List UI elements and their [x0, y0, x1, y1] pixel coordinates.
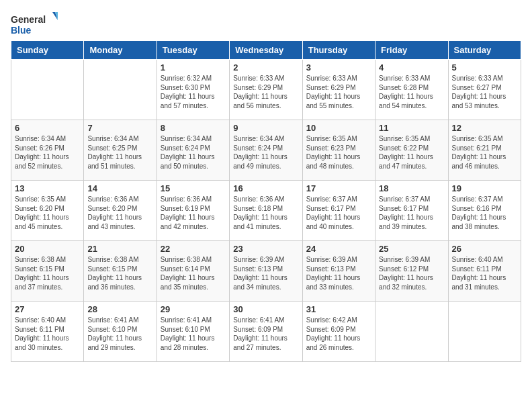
- calendar-cell: 17Sunrise: 6:37 AM Sunset: 6:17 PM Dayli…: [302, 181, 375, 241]
- day-number: 5: [452, 62, 517, 73]
- calendar-cell: 4Sunrise: 6:33 AM Sunset: 6:28 PM Daylig…: [375, 60, 448, 120]
- calendar-cell: 14Sunrise: 6:36 AM Sunset: 6:20 PM Dayli…: [84, 181, 157, 241]
- day-info: Sunrise: 6:42 AM Sunset: 6:09 PM Dayligh…: [306, 316, 371, 352]
- calendar-cell: 6Sunrise: 6:34 AM Sunset: 6:26 PM Daylig…: [11, 120, 84, 181]
- day-number: 2: [233, 62, 298, 73]
- calendar-cell: 16Sunrise: 6:36 AM Sunset: 6:18 PM Dayli…: [230, 181, 302, 241]
- day-info: Sunrise: 6:34 AM Sunset: 6:25 PM Dayligh…: [87, 134, 152, 171]
- day-number: 23: [233, 244, 298, 254]
- day-number: 4: [379, 62, 444, 73]
- calendar-cell: [84, 60, 157, 120]
- day-number: 26: [452, 244, 517, 254]
- calendar-day-header: Monday: [84, 41, 157, 60]
- day-info: Sunrise: 6:41 AM Sunset: 6:10 PM Dayligh…: [161, 316, 226, 352]
- day-info: Sunrise: 6:36 AM Sunset: 6:19 PM Dayligh…: [161, 195, 226, 231]
- day-info: Sunrise: 6:35 AM Sunset: 6:22 PM Dayligh…: [379, 134, 444, 171]
- day-number: 9: [233, 123, 298, 133]
- calendar-cell: 19Sunrise: 6:37 AM Sunset: 6:16 PM Dayli…: [448, 181, 521, 241]
- day-number: 14: [87, 183, 152, 193]
- day-number: 28: [87, 304, 152, 314]
- calendar-day-header: Wednesday: [230, 41, 302, 60]
- calendar-cell: [375, 302, 448, 362]
- calendar-week-row: 13Sunrise: 6:35 AM Sunset: 6:20 PM Dayli…: [11, 181, 521, 241]
- day-number: 12: [452, 123, 517, 133]
- day-number: 13: [15, 183, 80, 193]
- calendar-cell: 27Sunrise: 6:40 AM Sunset: 6:11 PM Dayli…: [11, 302, 84, 362]
- calendar-week-row: 20Sunrise: 6:38 AM Sunset: 6:15 PM Dayli…: [11, 241, 521, 302]
- calendar-cell: [11, 60, 84, 120]
- calendar-cell: 2Sunrise: 6:33 AM Sunset: 6:29 PM Daylig…: [230, 60, 302, 120]
- day-info: Sunrise: 6:33 AM Sunset: 6:28 PM Dayligh…: [379, 74, 444, 110]
- day-info: Sunrise: 6:40 AM Sunset: 6:11 PM Dayligh…: [15, 316, 80, 352]
- calendar-week-row: 1Sunrise: 6:32 AM Sunset: 6:30 PM Daylig…: [11, 60, 521, 120]
- calendar-day-header: Sunday: [11, 41, 84, 60]
- day-info: Sunrise: 6:41 AM Sunset: 6:10 PM Dayligh…: [87, 316, 152, 352]
- calendar-day-header: Saturday: [448, 41, 521, 60]
- day-number: 22: [161, 244, 226, 254]
- day-number: 21: [87, 244, 152, 254]
- svg-text:Blue: Blue: [11, 25, 32, 36]
- calendar-cell: 11Sunrise: 6:35 AM Sunset: 6:22 PM Dayli…: [375, 120, 448, 181]
- day-info: Sunrise: 6:36 AM Sunset: 6:20 PM Dayligh…: [87, 195, 152, 231]
- calendar-cell: 24Sunrise: 6:39 AM Sunset: 6:13 PM Dayli…: [302, 241, 375, 302]
- day-number: 31: [306, 304, 371, 314]
- calendar-cell: 23Sunrise: 6:39 AM Sunset: 6:13 PM Dayli…: [230, 241, 302, 302]
- day-info: Sunrise: 6:37 AM Sunset: 6:16 PM Dayligh…: [452, 195, 517, 231]
- day-info: Sunrise: 6:32 AM Sunset: 6:30 PM Dayligh…: [161, 74, 226, 110]
- calendar-week-row: 27Sunrise: 6:40 AM Sunset: 6:11 PM Dayli…: [11, 302, 521, 362]
- svg-text:General: General: [11, 14, 46, 25]
- day-info: Sunrise: 6:39 AM Sunset: 6:12 PM Dayligh…: [379, 255, 444, 291]
- calendar-cell: 5Sunrise: 6:33 AM Sunset: 6:27 PM Daylig…: [448, 60, 521, 120]
- calendar-cell: 26Sunrise: 6:40 AM Sunset: 6:11 PM Dayli…: [448, 241, 521, 302]
- general-blue-logo-icon: General Blue: [11, 11, 58, 38]
- calendar-cell: 29Sunrise: 6:41 AM Sunset: 6:10 PM Dayli…: [157, 302, 229, 362]
- day-info: Sunrise: 6:37 AM Sunset: 6:17 PM Dayligh…: [379, 195, 444, 231]
- calendar-cell: 13Sunrise: 6:35 AM Sunset: 6:20 PM Dayli…: [11, 181, 84, 241]
- day-info: Sunrise: 6:37 AM Sunset: 6:17 PM Dayligh…: [306, 195, 371, 231]
- day-info: Sunrise: 6:34 AM Sunset: 6:24 PM Dayligh…: [233, 134, 298, 171]
- day-number: 10: [306, 123, 371, 133]
- day-number: 6: [15, 123, 80, 133]
- calendar-table: SundayMondayTuesdayWednesdayThursdayFrid…: [11, 40, 521, 362]
- calendar-day-header: Tuesday: [157, 41, 229, 60]
- day-number: 16: [233, 183, 298, 193]
- calendar-cell: 22Sunrise: 6:38 AM Sunset: 6:14 PM Dayli…: [157, 241, 229, 302]
- day-info: Sunrise: 6:40 AM Sunset: 6:11 PM Dayligh…: [452, 255, 517, 291]
- day-info: Sunrise: 6:33 AM Sunset: 6:29 PM Dayligh…: [233, 74, 298, 110]
- day-number: 15: [161, 183, 226, 193]
- calendar-cell: 18Sunrise: 6:37 AM Sunset: 6:17 PM Dayli…: [375, 181, 448, 241]
- calendar-cell: 8Sunrise: 6:34 AM Sunset: 6:24 PM Daylig…: [157, 120, 229, 181]
- page-header: General Blue: [11, 11, 521, 38]
- calendar-header-row: SundayMondayTuesdayWednesdayThursdayFrid…: [11, 41, 521, 60]
- calendar-cell: 9Sunrise: 6:34 AM Sunset: 6:24 PM Daylig…: [230, 120, 302, 181]
- day-info: Sunrise: 6:35 AM Sunset: 6:23 PM Dayligh…: [306, 134, 371, 171]
- day-info: Sunrise: 6:34 AM Sunset: 6:24 PM Dayligh…: [161, 134, 226, 171]
- calendar-cell: 21Sunrise: 6:38 AM Sunset: 6:15 PM Dayli…: [84, 241, 157, 302]
- day-number: 17: [306, 183, 371, 193]
- calendar-week-row: 6Sunrise: 6:34 AM Sunset: 6:26 PM Daylig…: [11, 120, 521, 181]
- day-number: 19: [452, 183, 517, 193]
- day-number: 7: [87, 123, 152, 133]
- calendar-cell: 7Sunrise: 6:34 AM Sunset: 6:25 PM Daylig…: [84, 120, 157, 181]
- logo: General Blue: [11, 11, 58, 38]
- day-number: 29: [161, 304, 226, 314]
- day-info: Sunrise: 6:38 AM Sunset: 6:15 PM Dayligh…: [15, 255, 80, 291]
- day-info: Sunrise: 6:33 AM Sunset: 6:29 PM Dayligh…: [306, 74, 371, 110]
- calendar-cell: 25Sunrise: 6:39 AM Sunset: 6:12 PM Dayli…: [375, 241, 448, 302]
- day-number: 8: [161, 123, 226, 133]
- calendar-cell: 28Sunrise: 6:41 AM Sunset: 6:10 PM Dayli…: [84, 302, 157, 362]
- day-number: 20: [15, 244, 80, 254]
- calendar-cell: 30Sunrise: 6:41 AM Sunset: 6:09 PM Dayli…: [230, 302, 302, 362]
- day-info: Sunrise: 6:35 AM Sunset: 6:20 PM Dayligh…: [15, 195, 80, 231]
- calendar-cell: 3Sunrise: 6:33 AM Sunset: 6:29 PM Daylig…: [302, 60, 375, 120]
- day-info: Sunrise: 6:41 AM Sunset: 6:09 PM Dayligh…: [233, 316, 298, 352]
- calendar-cell: 1Sunrise: 6:32 AM Sunset: 6:30 PM Daylig…: [157, 60, 229, 120]
- day-info: Sunrise: 6:34 AM Sunset: 6:26 PM Dayligh…: [15, 134, 80, 171]
- day-number: 3: [306, 62, 371, 73]
- day-number: 11: [379, 123, 444, 133]
- day-number: 27: [15, 304, 80, 314]
- day-info: Sunrise: 6:33 AM Sunset: 6:27 PM Dayligh…: [452, 74, 517, 110]
- calendar-cell: 31Sunrise: 6:42 AM Sunset: 6:09 PM Dayli…: [302, 302, 375, 362]
- calendar-cell: [448, 302, 521, 362]
- day-number: 30: [233, 304, 298, 314]
